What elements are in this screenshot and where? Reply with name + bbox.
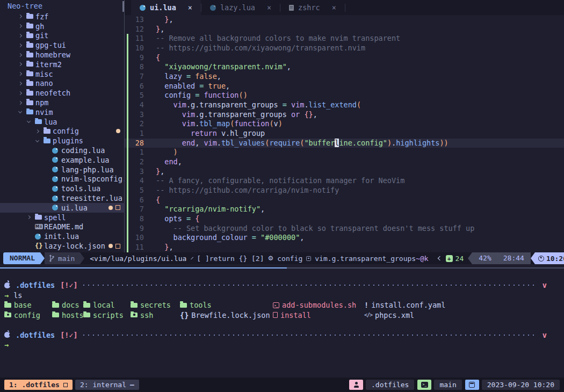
- lua-icon-slot: [52, 186, 61, 192]
- tree-expander[interactable]: [18, 54, 26, 56]
- tree-item-ui-lua[interactable]: ui.lua: [0, 203, 124, 213]
- file-icon: [273, 312, 278, 318]
- code-line[interactable]: 12},: [125, 25, 564, 34]
- tree-item-treesitter-lua[interactable]: treesitter.lua: [0, 193, 124, 203]
- tree-item-example-lua[interactable]: example.lua: [0, 155, 124, 165]
- close-icon[interactable]: ×: [267, 3, 271, 12]
- code-line[interactable]: 7 lazy = false,: [125, 72, 564, 82]
- folder-open-icon: [35, 119, 42, 124]
- code-line[interactable]: 5-- https://github.com/rcarriga/nvim-not…: [125, 186, 564, 195]
- code-line[interactable]: 11 },: [125, 243, 564, 252]
- code-line[interactable]: 10 background_colour = "#000000",: [125, 233, 564, 243]
- code-line[interactable]: 6 enabled = true,: [125, 82, 564, 91]
- code-line[interactable]: 7 "rcarriga/nvim-notify",: [125, 205, 564, 214]
- powerline-separator: [531, 252, 535, 264]
- code-line[interactable]: 9 -- Set background color to black so tr…: [125, 224, 564, 234]
- tree-item-iterm2[interactable]: iterm2: [0, 60, 124, 69]
- code-line[interactable]: 3},: [125, 167, 564, 177]
- code-line[interactable]: 13 },: [125, 15, 564, 25]
- tree-expander[interactable]: [35, 140, 44, 142]
- tree-item-neofetch[interactable]: neofetch: [0, 88, 124, 98]
- code-token: [256, 233, 261, 242]
- code-line[interactable]: 9{: [125, 53, 564, 63]
- ls-entry-label: Brewfile.lock.json: [191, 310, 270, 321]
- lua-icon-slot: [52, 195, 61, 201]
- person-icon: [353, 382, 359, 388]
- close-icon[interactable]: ×: [188, 3, 192, 12]
- tree-item-fzf[interactable]: fzf: [0, 12, 124, 21]
- tree-expander[interactable]: [26, 121, 35, 122]
- tree-expander[interactable]: [18, 25, 26, 27]
- tree-item-gh[interactable]: gh: [0, 21, 124, 31]
- tree-expander[interactable]: [18, 63, 26, 66]
- tree-item-tools-lua[interactable]: tools.lua: [0, 184, 124, 193]
- tree-item-config[interactable]: config: [0, 127, 124, 136]
- tree-item-lazy-lock-json[interactable]: {}lazy-lock.json: [0, 241, 124, 251]
- tree-item-misc[interactable]: misc: [0, 69, 124, 79]
- current-code-line[interactable]: 28 end, vim.tbl_values(require("bufferli…: [125, 139, 564, 148]
- code-line[interactable]: 6{: [125, 195, 564, 205]
- code-line[interactable]: 2 vim.tbl_map(function(v): [125, 119, 564, 129]
- tree-expander[interactable]: [18, 82, 26, 85]
- code-line[interactable]: 5 config = function(): [125, 91, 564, 100]
- tree-item-label: iterm2: [35, 60, 62, 69]
- code-token: enabled: [164, 82, 195, 90]
- ls-entry-label: docs: [62, 300, 79, 310]
- tree-expander[interactable]: [18, 34, 26, 37]
- code-line[interactable]: 4-- A fancy, configurable, notification …: [125, 176, 564, 186]
- code-line[interactable]: 11-- Remove all background colors to mak…: [125, 34, 564, 43]
- tree-item-git[interactable]: git: [0, 31, 124, 41]
- folder-icon: [26, 24, 33, 28]
- code-line[interactable]: 1 return v.hl_group: [125, 129, 564, 139]
- tree-expander[interactable]: [18, 72, 26, 75]
- code-line[interactable]: 4 vim.g.transparent_groups = vim.list_ex…: [125, 100, 564, 110]
- code-line[interactable]: 8 "xiyaowong/transparent.nvim",: [125, 62, 564, 72]
- tree-item-spell[interactable]: spell: [0, 213, 124, 222]
- ls-entry-label: ssh: [140, 310, 153, 321]
- folder-icon-slot: [35, 215, 44, 220]
- tree-item-coding-lua[interactable]: coding.lua: [0, 146, 124, 155]
- command-line-empty[interactable]: →: [0, 340, 564, 350]
- line-number: 1: [130, 148, 144, 157]
- code-line[interactable]: 3 vim.g.transparent_groups or {},: [125, 110, 564, 120]
- tree-expander[interactable]: [18, 111, 26, 113]
- tree-item-npm[interactable]: npm: [0, 98, 124, 107]
- close-icon[interactable]: ×: [332, 3, 336, 12]
- tree-item-gpg-tui[interactable]: gpg-tui: [0, 40, 124, 50]
- tree-expander[interactable]: [18, 44, 26, 47]
- code-area[interactable]: 13 },12},11-- Remove all background colo…: [125, 15, 564, 252]
- ls-entry-label: install.conf.yaml: [371, 300, 445, 310]
- tab-lazy-lua[interactable]: lazy.lua×: [201, 0, 280, 15]
- tree-expander[interactable]: [26, 216, 35, 219]
- tree-item-nvim[interactable]: nvim: [0, 107, 124, 117]
- tree-expander[interactable]: [18, 15, 26, 18]
- shell-pane[interactable]: .dotfiles [!✓] v → ls basedocslocalsecre…: [0, 268, 564, 378]
- tab-ui-lua[interactable]: ui.lua×: [131, 0, 201, 15]
- tmux-window-dotfiles[interactable]: 1: .dotfiles: [4, 380, 73, 390]
- code-line[interactable]: 10-- https://github.com/xiyaowong/transp…: [125, 43, 564, 53]
- tree-item-nano[interactable]: nano: [0, 79, 124, 89]
- tree-expander[interactable]: [35, 130, 44, 133]
- tree-expander[interactable]: [18, 92, 26, 95]
- tree-item-plugins[interactable]: plugins: [0, 136, 124, 146]
- tree-item-init-lua[interactable]: init.lua: [0, 231, 124, 241]
- tree-item-label: homebrew: [35, 50, 70, 59]
- tree-item-homebrew[interactable]: homebrew: [0, 50, 124, 60]
- prompt-arrow: →: [4, 340, 9, 350]
- code-text: -- A fancy, configurable, notification m…: [144, 176, 404, 186]
- chevron-right-icon: [27, 215, 31, 219]
- tab-zshrc[interactable]: zshrc×: [280, 0, 345, 15]
- code-line[interactable]: 8 opts = {: [125, 214, 564, 224]
- tree-item-readme-md[interactable]: M↓README.md: [0, 222, 124, 232]
- tree-item-nvim-lspconfig[interactable]: nvim-lspconfig.: [0, 175, 124, 184]
- tree-item-lang-php-lua[interactable]: lang-php.lua: [0, 165, 124, 175]
- tree-expander[interactable]: [18, 101, 26, 104]
- tree-item-label: init.lua: [44, 232, 79, 241]
- folder-icon-slot: [26, 14, 35, 19]
- line-number: 10: [130, 43, 144, 53]
- tmux-window-internal[interactable]: 2: internal–: [75, 380, 139, 390]
- neotree-scrollbar[interactable]: [122, 1, 124, 12]
- code-line[interactable]: 2 end,: [125, 157, 564, 167]
- code-line[interactable]: 1 ): [125, 148, 564, 157]
- tree-item-lua[interactable]: lua: [0, 117, 124, 127]
